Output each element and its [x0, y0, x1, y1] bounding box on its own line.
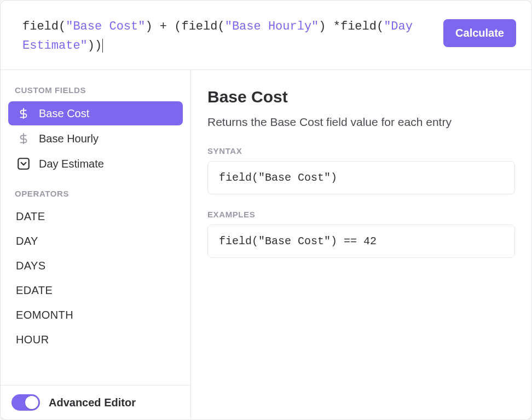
custom-field-item[interactable]: Day Estimate — [8, 152, 183, 176]
detail-description: Returns the Base Cost field value for ea… — [207, 114, 515, 130]
formula-editor-panel: field("Base Cost") + (field("Base Hourly… — [0, 0, 532, 420]
custom-field-label: Base Cost — [39, 107, 89, 120]
operators-heading: OPERATORS — [8, 186, 183, 204]
advanced-editor-toggle[interactable] — [11, 394, 40, 411]
detail-pane: Base Cost Returns the Base Cost field va… — [191, 70, 531, 419]
operator-item[interactable]: EOMONTH — [8, 303, 183, 327]
formula-token: ) — [319, 20, 326, 33]
dollar-icon — [16, 106, 31, 121]
formula-token: ( — [174, 20, 181, 33]
operator-item[interactable]: EDATE — [8, 279, 183, 302]
formula-token: field — [181, 20, 217, 33]
syntax-code: field("Base Cost") — [207, 161, 515, 194]
sidebar-scroll[interactable]: CUSTOM FIELDS Base CostBase HourlyDay Es… — [1, 70, 190, 385]
formula-input[interactable]: field("Base Cost") + (field("Base Hourly… — [22, 17, 435, 55]
formula-token: ( — [377, 20, 384, 33]
custom-fields-heading: CUSTOM FIELDS — [8, 82, 183, 100]
formula-token: ) — [145, 20, 152, 33]
custom-field-item[interactable]: Base Cost — [8, 101, 183, 125]
svg-rect-2 — [18, 159, 29, 170]
toggle-knob — [25, 396, 38, 409]
operator-item[interactable]: DAY — [8, 229, 183, 253]
operator-item[interactable]: DATE — [8, 205, 183, 228]
custom-fields-list: Base CostBase HourlyDay Estimate — [8, 101, 183, 176]
advanced-editor-label: Advanced Editor — [49, 396, 136, 409]
text-cursor — [102, 39, 103, 53]
examples-code: field("Base Cost") == 42 — [207, 225, 515, 258]
examples-heading: EXAMPLES — [207, 210, 515, 219]
calculate-button[interactable]: Calculate — [443, 19, 516, 47]
formula-token: field — [340, 20, 377, 33]
dropdown-icon — [16, 156, 31, 171]
formula-token: "Base Cost" — [66, 20, 145, 33]
editor-body: CUSTOM FIELDS Base CostBase HourlyDay Es… — [1, 70, 531, 419]
sidebar: CUSTOM FIELDS Base CostBase HourlyDay Es… — [1, 70, 191, 419]
formula-token: ( — [59, 20, 66, 33]
formula-token: field — [22, 20, 59, 33]
operator-item[interactable]: DAYS — [8, 254, 183, 278]
formula-token — [326, 20, 333, 33]
detail-title: Base Cost — [207, 88, 515, 106]
formula-token: "Base Hourly" — [225, 20, 319, 33]
custom-field-label: Day Estimate — [39, 158, 104, 170]
dollar-icon — [16, 131, 31, 146]
operators-list: DATEDAYDAYSEDATEEOMONTHHOUR — [8, 205, 183, 352]
custom-field-label: Base Hourly — [39, 133, 99, 145]
formula-token: ) — [95, 39, 102, 53]
formula-token: ) — [88, 39, 95, 53]
syntax-heading: SYNTAX — [207, 146, 515, 156]
formula-token: * — [333, 20, 340, 33]
operator-item[interactable]: HOUR — [8, 328, 183, 352]
formula-token: + — [153, 20, 175, 33]
sidebar-footer: Advanced Editor — [1, 385, 190, 419]
formula-token: ( — [217, 20, 224, 33]
formula-bar: field("Base Cost") + (field("Base Hourly… — [1, 1, 531, 70]
custom-field-item[interactable]: Base Hourly — [8, 126, 183, 151]
